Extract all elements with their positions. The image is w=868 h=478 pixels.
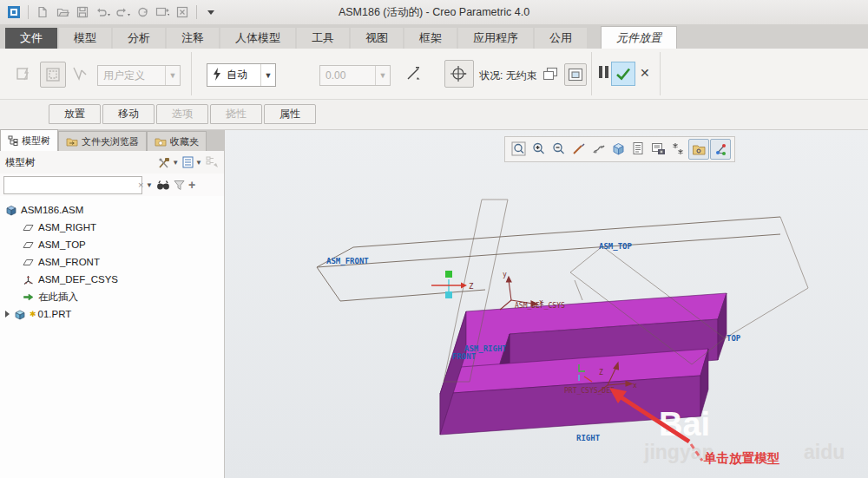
prt-axis-z-label: Z: [599, 369, 603, 377]
subtab-move[interactable]: 移动: [102, 104, 155, 124]
regenerate-icon[interactable]: [134, 3, 151, 21]
ribbon: 用户定义 ▼ 自动 ▼ 0.00 ▼ 状况: 无约束: [0, 49, 868, 100]
save-icon[interactable]: [74, 3, 91, 21]
app-logo-icon[interactable]: [5, 3, 23, 21]
navigator-panel: 模型树 文件夹浏览器 收藏夹 模: [0, 130, 225, 478]
chevron-down-icon[interactable]: ▼: [375, 66, 390, 85]
datum-plane-icon: [23, 239, 34, 251]
datum-plane-icon: [23, 222, 34, 233]
tree-item-insert-here[interactable]: 在此插入: [0, 288, 224, 305]
manual-placement-button[interactable]: [40, 62, 66, 88]
tab-manikin[interactable]: 人体模型: [220, 28, 295, 49]
tab-model[interactable]: 模型: [59, 28, 111, 49]
ribbon-tab-bar: 文件 模型 分析 注释 人体模型 工具 视图 框架 应用程序 公用 元件放置: [0, 24, 868, 49]
tree-item-label: 01.PRT: [38, 309, 72, 319]
label-top[interactable]: TOP: [727, 334, 741, 343]
dragger-cyan-handle[interactable]: [445, 291, 452, 298]
tree-columns-icon: [206, 156, 219, 168]
tab-file[interactable]: 文件: [5, 28, 57, 49]
flip-constraint-icon[interactable]: [401, 62, 425, 86]
tree-item-asm-top[interactable]: ASM_TOP: [0, 236, 224, 253]
csys-placement-button[interactable]: [444, 60, 474, 88]
dragger-z-label: Z: [469, 282, 474, 291]
tree-item-label: ASM_FRONT: [38, 257, 100, 267]
offset-combo[interactable]: 0.00 ▼: [319, 65, 391, 86]
separate-window-button[interactable]: [540, 63, 561, 84]
funnel-icon: [174, 180, 185, 191]
chevron-down-icon: ▼: [172, 159, 179, 167]
tree-item-label: ASM186.ASM: [21, 205, 83, 215]
label-front[interactable]: FRONT: [452, 352, 477, 361]
datum-constraint-button[interactable]: [68, 62, 92, 86]
tree-item-asm-front[interactable]: ASM_FRONT: [0, 253, 224, 271]
subtab-placement[interactable]: 放置: [49, 104, 101, 124]
dashboard-subtabs: 放置 移动 选项 挠性 属性: [0, 100, 868, 130]
close-window-icon[interactable]: [174, 3, 191, 21]
chevron-down-icon[interactable]: ▼: [165, 66, 180, 85]
asm-csys-label[interactable]: ASM_DEF_CSYS: [515, 302, 565, 310]
list-icon: [182, 156, 194, 168]
group-separator: [591, 52, 592, 95]
tree-item-label: ASM_TOP: [38, 239, 86, 250]
datum-plane-wireframe[interactable]: [317, 217, 780, 301]
preset-combo[interactable]: 用户定义 ▼: [97, 65, 181, 86]
tab-framework[interactable]: 框架: [404, 28, 457, 49]
tree-item-label: 在此插入: [38, 291, 78, 304]
chevron-down-icon[interactable]: ▼: [146, 181, 153, 189]
tab-view[interactable]: 视图: [351, 28, 403, 49]
open-file-icon[interactable]: [54, 3, 71, 21]
label-asm-front[interactable]: ASM_FRONT: [326, 257, 369, 265]
tab-label: 模型树: [22, 134, 50, 147]
expand-arrow-icon[interactable]: [5, 311, 10, 318]
tab-favorites[interactable]: 收藏夹: [147, 131, 207, 151]
tab-model-tree[interactable]: 模型树: [0, 129, 58, 151]
model-display-icon[interactable]: [154, 3, 171, 21]
redo-icon[interactable]: [114, 3, 131, 21]
tree-search-box: ×: [3, 176, 142, 194]
tree-filters-button[interactable]: ▼: [182, 156, 202, 168]
cancel-button[interactable]: ✕: [640, 66, 650, 80]
tree-item-01prt[interactable]: ✱ 01.PRT: [0, 305, 224, 323]
ok-button[interactable]: [611, 62, 635, 86]
title-bar: ASM186 (活动的) - Creo Parametric 4.0: [0, 0, 868, 24]
tab-component-placement[interactable]: 元件放置: [601, 26, 677, 49]
subtab-flexibility: 挠性: [210, 104, 262, 124]
subtab-properties[interactable]: 属性: [264, 104, 316, 124]
dragger-green-handle[interactable]: [445, 271, 452, 278]
tree-search-input[interactable]: [4, 179, 135, 192]
tab-utilities[interactable]: 公用: [535, 28, 587, 49]
new-file-icon[interactable]: [34, 3, 51, 21]
model-tree: ASM186.ASM ASM_RIGHT ASM_TOP: [0, 196, 224, 478]
chevron-down-icon[interactable]: ▼: [260, 64, 275, 86]
pause-button[interactable]: [599, 66, 608, 78]
insert-here-icon: [23, 291, 34, 303]
auto-constraint-combo[interactable]: 自动 ▼: [207, 63, 276, 87]
label-right[interactable]: RIGHT: [576, 434, 601, 442]
tab-analysis[interactable]: 分析: [113, 28, 165, 49]
prt-csys-label[interactable]: PRT_CSYS_DEF: [564, 387, 615, 395]
tab-folder-browser[interactable]: 文件夹浏览器: [58, 131, 147, 151]
group-separator: [660, 52, 661, 95]
subtab-options: 选项: [156, 104, 208, 124]
annotation-text: 单击放置模型: [703, 451, 780, 466]
graphics-viewport[interactable]: ASM_FRONT ASM_TOP TOP ASM_RIGHT FRONT RI…: [225, 130, 868, 478]
tab-applications[interactable]: 应用程序: [458, 28, 533, 49]
tree-item-asm186[interactable]: ASM186.ASM: [0, 201, 224, 219]
main-window-button[interactable]: [564, 63, 587, 86]
tree-item-asm-right[interactable]: ASM_RIGHT: [0, 219, 224, 236]
find-button[interactable]: [156, 180, 170, 191]
interface-placement-button[interactable]: [12, 62, 36, 86]
creo-window: ASM186 (活动的) - Creo Parametric 4.0 文件 模型…: [0, 0, 868, 478]
tab-annotate[interactable]: 注释: [167, 28, 219, 49]
filter-button[interactable]: [174, 180, 185, 191]
toolbar-menu-icon[interactable]: [202, 3, 220, 21]
add-filter-button[interactable]: +: [188, 178, 195, 192]
model-scene[interactable]: ASM_FRONT ASM_TOP TOP ASM_RIGHT FRONT RI…: [225, 130, 865, 478]
undo-icon[interactable]: [94, 3, 111, 21]
tree-columns-button: [206, 156, 219, 168]
part-icon: [14, 309, 25, 320]
tab-tools[interactable]: 工具: [297, 28, 349, 49]
tree-tools-button[interactable]: ▼: [157, 156, 179, 169]
tree-item-asm-def-csys[interactable]: ASM_DEF_CSYS: [0, 271, 224, 288]
label-asm-top[interactable]: ASM_TOP: [599, 242, 633, 251]
